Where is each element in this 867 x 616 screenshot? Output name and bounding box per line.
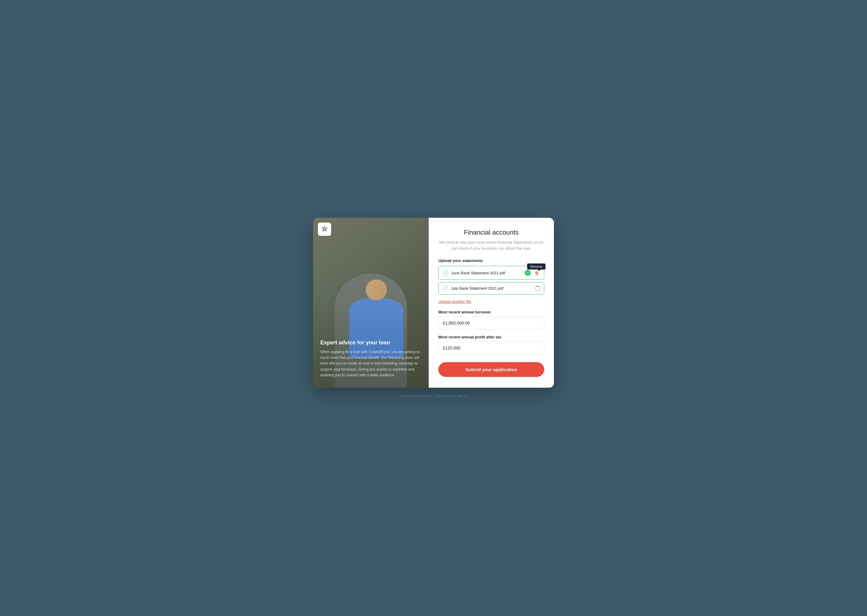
file-status-check-1 <box>525 270 531 276</box>
file-icon-1: 📄 <box>442 270 448 276</box>
main-modal: Expert advice for your loan When applyin… <box>313 218 554 388</box>
submit-button[interactable]: Submit your application <box>438 362 544 377</box>
page-title: Financial accounts <box>438 229 544 236</box>
remove-tooltip: Remove <box>527 264 545 269</box>
person-head <box>366 280 387 300</box>
left-heading: Expert advice for your loan <box>320 339 421 346</box>
file-row-2: 📄 July Bank Statement 2021.pdf <box>438 282 544 294</box>
logo-icon <box>321 226 328 233</box>
page-subtitle: We need to see your most recent financia… <box>438 239 544 251</box>
upload-section-label: Upload your statements <box>438 258 544 263</box>
file-upload-area: Remove 📄 June Bank Statement 2021.pdf 🗑 … <box>438 266 544 297</box>
footer-text: Already registered? Click here to log in <box>400 394 467 398</box>
svg-point-0 <box>324 228 325 230</box>
profit-field-group: Most recent annual profit after tax <box>438 335 544 354</box>
turnover-input[interactable] <box>438 317 544 329</box>
left-panel-text: Expert advice for your loan When applyin… <box>320 339 421 378</box>
turnover-field-group: Most recent annual turnover <box>438 310 544 329</box>
right-panel: Financial accounts We need to see your m… <box>429 218 554 388</box>
already-registered-text: Already registered? <box>400 394 434 398</box>
file-name-2: July Bank Statement 2021.pdf <box>451 286 535 291</box>
logo-box <box>318 223 331 236</box>
turnover-label: Most recent annual turnover <box>438 310 544 314</box>
file-spinner-2 <box>535 286 541 291</box>
file-name-1: June Bank Statement 2021.pdf <box>451 271 525 275</box>
profit-label: Most recent annual profit after tax <box>438 335 544 339</box>
file-icon-2: 📄 <box>442 286 448 291</box>
left-panel: Expert advice for your loan When applyin… <box>313 218 429 388</box>
left-description: When applying for a loan with Crowd2Fund… <box>320 349 421 378</box>
upload-another-link[interactable]: Upload another file <box>438 299 544 304</box>
profit-input[interactable] <box>438 342 544 354</box>
login-link[interactable]: Click here to log in <box>435 394 467 398</box>
